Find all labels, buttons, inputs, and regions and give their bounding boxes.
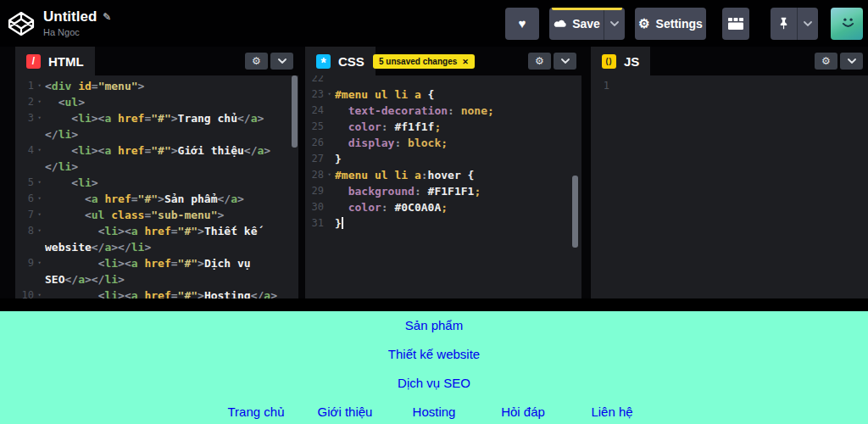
line-number: 24 xyxy=(305,103,324,119)
badge-close-icon[interactable]: ✕ xyxy=(462,58,469,66)
profile-avatar[interactable] xyxy=(831,8,863,40)
code-line: 24 text-decoration: none; xyxy=(305,103,581,119)
js-panel: () JS ⚙ 1 xyxy=(591,47,868,298)
code-line: </li> xyxy=(15,159,298,175)
preview-link[interactable]: Dịch vụ SEO xyxy=(398,377,470,389)
js-code-editor[interactable]: 1 xyxy=(591,75,868,298)
code-text: </li> xyxy=(45,126,298,142)
code-line: SEO</a></li> xyxy=(15,271,298,287)
code-text xyxy=(620,78,868,94)
fold-marker-icon[interactable] xyxy=(324,151,335,167)
edit-title-pencil-icon[interactable]: ✎ xyxy=(103,11,111,23)
tab-html[interactable]: / HTML xyxy=(15,47,95,75)
fold-marker-icon[interactable] xyxy=(609,78,620,94)
layout-grid-icon xyxy=(728,18,743,30)
preview-link[interactable]: Thiết kế website xyxy=(388,348,480,360)
tab-css[interactable]: * CSS xyxy=(305,47,376,75)
html-code-editor[interactable]: 1▾<div id="menu">2▾ <ul>3▾ <li><a href="… xyxy=(15,75,298,298)
code-text: <li><a href="#">Trang chủ</a> xyxy=(45,110,298,126)
code-text: <li><a href="#">Thiết kế xyxy=(45,223,298,239)
fold-marker-icon[interactable]: ▾ xyxy=(324,86,335,103)
code-line: 22 xyxy=(305,75,581,86)
like-button[interactable]: ♥ xyxy=(505,8,539,40)
tab-js[interactable]: () JS xyxy=(591,47,650,75)
code-text: <div id="menu"> xyxy=(45,78,298,94)
js-lang-icon: () xyxy=(602,54,616,69)
code-text: #menu ul li a:hover { xyxy=(335,167,581,183)
code-line: 31} xyxy=(305,215,581,232)
pin-button[interactable] xyxy=(771,8,797,40)
code-line: 28▾#menu ul li a:hover { xyxy=(305,167,581,183)
code-line: 9▾ <li><a href="#">Dịch vụ xyxy=(15,255,298,271)
fold-marker-icon[interactable] xyxy=(324,75,335,86)
line-number: 29 xyxy=(305,183,324,199)
line-number xyxy=(15,126,34,142)
fold-marker-icon[interactable]: ▾ xyxy=(34,142,45,159)
fold-marker-icon[interactable] xyxy=(34,126,45,142)
fold-marker-icon[interactable]: ▾ xyxy=(34,94,45,110)
fold-marker-icon[interactable]: ▾ xyxy=(34,175,45,191)
change-view-button[interactable] xyxy=(722,8,749,40)
preview-link[interactable]: Sản phẩm xyxy=(405,319,463,332)
chevron-down-icon xyxy=(561,59,570,64)
code-line: </li> xyxy=(15,126,298,142)
preview-menu-row: Trang chủGiới thiệuHostingHỏi đápLiên hệ xyxy=(0,405,868,418)
unsaved-changes-badge[interactable]: 5 unsaved changes ✕ xyxy=(373,54,475,69)
save-options-button[interactable] xyxy=(604,8,625,40)
line-number: 8 xyxy=(15,223,34,239)
preview-link[interactable]: Hosting xyxy=(390,405,479,418)
tab-html-label: HTML xyxy=(48,54,84,69)
settings-button[interactable]: ⚙ Settings xyxy=(635,8,706,40)
fold-marker-icon[interactable] xyxy=(324,103,335,119)
html-editor-settings-button[interactable]: ⚙ xyxy=(245,53,268,70)
fold-marker-icon[interactable] xyxy=(324,119,335,135)
html-editor-collapse-button[interactable] xyxy=(270,53,293,70)
css-code-editor[interactable]: 2223▾#menu ul li a {24 text-decoration: … xyxy=(305,75,581,298)
chevron-down-icon xyxy=(848,59,856,64)
line-number: 30 xyxy=(305,199,324,215)
preview-link[interactable]: Giới thiệu xyxy=(301,405,390,418)
code-line: 30 color: #0C0A0A; xyxy=(305,199,581,215)
save-button[interactable]: Save xyxy=(549,8,604,40)
line-number xyxy=(15,239,34,255)
preview-link[interactable]: Liên hệ xyxy=(568,405,657,418)
code-text: <ul class="sub-menu"> xyxy=(45,207,298,223)
fold-marker-icon[interactable] xyxy=(34,271,45,287)
fold-marker-icon[interactable]: ▾ xyxy=(34,110,45,126)
fold-marker-icon[interactable] xyxy=(324,135,335,151)
line-number: 28 xyxy=(305,167,324,183)
line-number: 5 xyxy=(15,175,34,191)
fold-marker-icon[interactable] xyxy=(324,199,335,215)
fold-marker-icon[interactable]: ▾ xyxy=(34,207,45,223)
html-editor-scrollbar[interactable] xyxy=(292,75,298,148)
code-text xyxy=(335,75,581,86)
preview-link[interactable]: Hỏi đáp xyxy=(479,405,568,418)
preview-submenu: Sản phẩmThiết kế websiteDịch vụ SEO xyxy=(0,311,868,389)
fold-marker-icon[interactable]: ▾ xyxy=(324,167,335,183)
code-text: } xyxy=(335,151,581,167)
fold-marker-icon[interactable] xyxy=(324,215,335,232)
fold-marker-icon[interactable]: ▾ xyxy=(34,78,45,94)
code-lines: 1 xyxy=(591,75,868,94)
line-number xyxy=(15,159,34,175)
js-editor-collapse-button[interactable] xyxy=(840,53,863,70)
css-editor-settings-button[interactable]: ⚙ xyxy=(528,53,551,70)
fold-marker-icon[interactable] xyxy=(324,183,335,199)
line-number: 31 xyxy=(305,215,324,232)
fold-marker-icon[interactable]: ▾ xyxy=(34,255,45,271)
code-lines: 2223▾#menu ul li a {24 text-decoration: … xyxy=(305,75,581,232)
fold-marker-icon[interactable]: ▾ xyxy=(34,223,45,239)
pin-options-button[interactable] xyxy=(797,8,818,40)
fold-marker-icon[interactable]: ▾ xyxy=(34,191,45,207)
css-editor-collapse-button[interactable] xyxy=(554,53,576,70)
preview-link[interactable]: Trang chủ xyxy=(212,405,301,418)
css-editor-scrollbar[interactable] xyxy=(572,176,578,248)
line-number: 3 xyxy=(15,110,34,126)
chevron-down-icon xyxy=(278,59,287,64)
codepen-logo-icon[interactable] xyxy=(8,10,35,37)
fold-marker-icon[interactable] xyxy=(34,159,45,175)
fold-marker-icon[interactable] xyxy=(34,239,45,255)
fold-marker-icon[interactable]: ▾ xyxy=(34,287,45,298)
cloud-icon xyxy=(553,19,567,28)
js-editor-settings-button[interactable]: ⚙ xyxy=(815,53,837,70)
